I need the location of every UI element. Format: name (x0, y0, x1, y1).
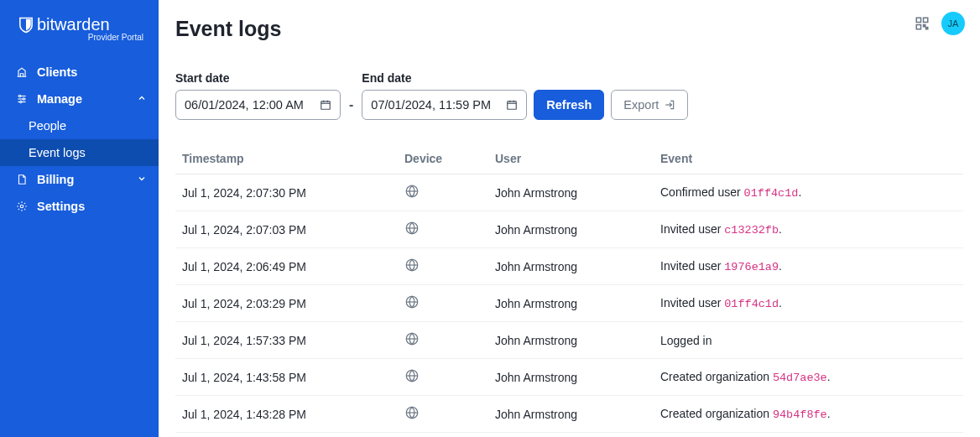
brand-subtitle: Provider Portal (18, 33, 143, 42)
globe-icon (404, 258, 420, 273)
sidebar-item-label: Settings (37, 200, 85, 213)
end-date-field: End date 07/01/2024, 11:59 PM (362, 71, 527, 120)
globe-icon (404, 221, 420, 236)
globe-icon (404, 184, 420, 199)
refresh-button-label: Refresh (546, 98, 592, 112)
svg-rect-7 (924, 25, 925, 27)
svg-point-1 (23, 98, 24, 100)
event-text: Logged in (660, 334, 712, 347)
event-code: 01ff4c1d (724, 298, 779, 310)
start-date-label: Start date (175, 71, 341, 85)
cell-timestamp: Jul 1, 2024, 1:41:03 PM (175, 433, 398, 438)
sliders-icon (15, 93, 29, 105)
event-suffix: . (779, 222, 782, 236)
cell-event: Logged in (654, 322, 963, 359)
col-device: Device (398, 143, 488, 174)
end-date-input[interactable]: 07/01/2024, 11:59 PM (362, 90, 527, 120)
table-row: Jul 1, 2024, 1:57:33 PMJohn ArmstrongLog… (175, 322, 963, 359)
cell-device (398, 174, 488, 211)
sidebar-item-label: Event logs (29, 146, 86, 159)
cell-device (398, 285, 488, 322)
building-icon (15, 66, 29, 78)
calendar-icon (320, 99, 331, 111)
cell-event: Invited user 01ff4c1d. (654, 285, 963, 322)
cell-device (398, 211, 488, 248)
filter-row: Start date 06/01/2024, 12:00 AM - End da… (175, 71, 963, 120)
cell-device (398, 359, 488, 396)
cell-device (398, 248, 488, 285)
col-timestamp: Timestamp (175, 143, 398, 174)
end-date-value: 07/01/2024, 11:59 PM (371, 98, 491, 112)
cell-user: John Armstrong (488, 211, 654, 248)
chevron-up-icon (137, 92, 147, 106)
cell-user: John Armstrong (488, 285, 654, 322)
table-row: Jul 1, 2024, 2:07:03 PMJohn ArmstrongInv… (175, 211, 963, 248)
event-suffix: . (827, 370, 831, 383)
main-area: JA Event logs Start date 06/01/2024, 12:… (159, 0, 980, 437)
table-row: Jul 1, 2024, 2:07:30 PMJohn ArmstrongCon… (175, 174, 963, 211)
shield-icon (18, 17, 34, 34)
svg-rect-8 (926, 28, 928, 29)
event-code: 54d7ae3e (773, 372, 827, 384)
event-code: 94b4f8fe (773, 408, 827, 421)
refresh-button[interactable]: Refresh (534, 90, 604, 120)
globe-icon (404, 368, 420, 383)
sidebar-item-manage[interactable]: Manage (0, 86, 159, 112)
sidebar-item-billing[interactable]: Billing (0, 166, 159, 193)
cell-device (398, 433, 488, 438)
sidebar-item-clients[interactable]: Clients (0, 59, 159, 86)
cell-timestamp: Jul 1, 2024, 1:57:33 PM (175, 322, 398, 359)
table-row: Jul 1, 2024, 2:06:49 PMJohn ArmstrongInv… (175, 248, 963, 285)
cell-user: John Armstrong (488, 396, 654, 433)
table-row: Jul 1, 2024, 1:43:28 PMJohn ArmstrongCre… (175, 396, 963, 433)
table-row: Jul 1, 2024, 2:03:29 PMJohn ArmstrongInv… (175, 285, 963, 322)
svg-point-0 (19, 95, 21, 96)
cell-user: John Armstrong (488, 433, 654, 438)
start-date-value: 06/01/2024, 12:00 AM (185, 98, 304, 112)
sidebar-item-people[interactable]: People (0, 112, 159, 139)
globe-icon (404, 294, 420, 310)
brand-name: bitwarden (37, 15, 110, 34)
event-suffix: . (779, 296, 782, 310)
brand-block: bitwarden Provider Portal (0, 0, 159, 50)
end-date-label: End date (362, 71, 527, 85)
cell-event: Created organization 54d7ae3e. (654, 359, 963, 396)
chevron-down-icon (137, 173, 147, 186)
event-suffix: . (827, 407, 831, 420)
events-table: Timestamp Device User Event Jul 1, 2024,… (175, 143, 963, 437)
start-date-input[interactable]: 06/01/2024, 12:00 AM (175, 90, 341, 120)
sidebar-nav: Clients Manage People Event logs (0, 59, 159, 220)
topbar: JA (915, 12, 965, 35)
cell-timestamp: Jul 1, 2024, 2:07:03 PM (175, 211, 398, 248)
gear-icon (15, 200, 29, 212)
event-text: Invited user (660, 222, 724, 236)
event-code: c13232fb (724, 224, 779, 237)
svg-rect-4 (916, 18, 920, 22)
cell-event: Invited user c13232fb. (654, 211, 963, 248)
sidebar-item-event-logs[interactable]: Event logs (0, 139, 159, 166)
sidebar-item-label: Clients (37, 65, 77, 79)
page-title: Event logs (175, 17, 963, 41)
sidebar-item-label: Billing (37, 173, 74, 186)
qr-icon[interactable] (915, 16, 930, 31)
export-button-label: Export (623, 98, 659, 112)
start-date-field: Start date 06/01/2024, 12:00 AM (175, 71, 341, 120)
globe-icon (404, 405, 420, 420)
sidebar-item-label: People (29, 119, 66, 133)
sidebar-item-settings[interactable]: Settings (0, 193, 159, 220)
date-separator: - (347, 90, 355, 120)
svg-point-2 (20, 101, 22, 102)
globe-icon (404, 331, 420, 346)
cell-device (398, 322, 488, 359)
calendar-icon (506, 99, 518, 111)
cell-device (398, 396, 488, 433)
col-user: User (488, 143, 654, 174)
export-button[interactable]: Export (611, 90, 688, 120)
col-event: Event (654, 143, 963, 174)
event-code: 1976e1a9 (724, 261, 779, 273)
event-text: Invited user (660, 296, 724, 310)
table-row: Jul 1, 2024, 1:41:03 PMJohn ArmstrongCre… (175, 433, 963, 438)
avatar[interactable]: JA (941, 12, 965, 35)
cell-timestamp: Jul 1, 2024, 1:43:58 PM (175, 359, 398, 396)
event-text: Created organization (660, 370, 773, 383)
